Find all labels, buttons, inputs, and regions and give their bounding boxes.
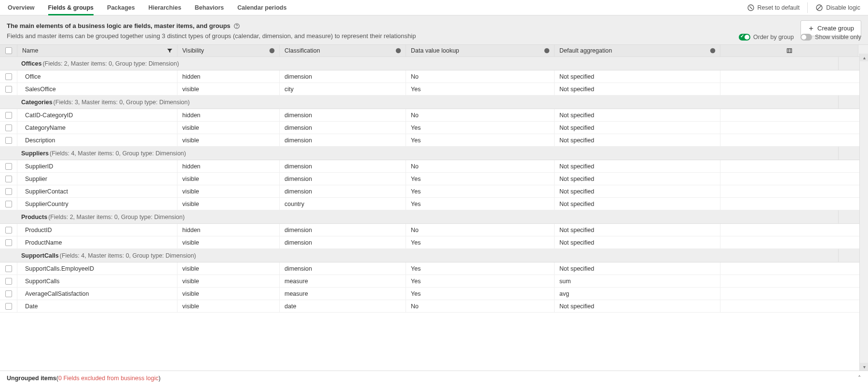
group-header-row[interactable]: Categories (Fields: 3, Master items: 0, …	[0, 96, 868, 109]
cell-name: SupplierID	[17, 160, 177, 172]
description-line2: Fields and master items can be grouped t…	[7, 32, 861, 40]
cell-name: ProductID	[17, 224, 177, 236]
header-aggregation[interactable]: Default aggregation	[555, 45, 720, 56]
row-checkbox[interactable]	[5, 112, 12, 119]
header-visibility[interactable]: Visibility	[177, 45, 280, 56]
cell-name: SupportCalls	[17, 275, 177, 287]
header-column-picker[interactable]	[720, 45, 858, 56]
table-row[interactable]: SupportCalls.EmployeeIDvisibledimensionY…	[0, 262, 868, 275]
group-header-row[interactable]: Suppliers (Fields: 4, Master items: 0, G…	[0, 147, 868, 160]
row-checkbox[interactable]	[5, 239, 12, 246]
show-visible-only-toggle[interactable]	[800, 34, 812, 41]
header-classification-label: Classification	[285, 47, 320, 54]
row-checkbox[interactable]	[5, 265, 12, 272]
group-name: Offices	[21, 60, 41, 67]
group-meta: (Fields: 3, Master items: 0, Group type:…	[54, 99, 190, 106]
show-visible-only-label: Show visible only	[815, 34, 861, 41]
cell-classification: measure	[280, 288, 406, 300]
row-checkbox[interactable]	[5, 303, 12, 310]
header-classification[interactable]: Classification	[280, 45, 406, 56]
table-row[interactable]: DatevisibledateNoNot specified	[0, 300, 868, 313]
select-all-checkbox[interactable]	[5, 47, 12, 54]
table-row[interactable]: CategoryNamevisibledimensionYesNot speci…	[0, 122, 868, 134]
table-row[interactable]: SupplierIDhiddendimensionNoNot specified	[0, 160, 868, 173]
ungrouped-footer[interactable]: Ungrouped items ( 0 Fields excluded from…	[0, 371, 868, 385]
row-checkbox[interactable]	[5, 278, 12, 285]
row-checkbox[interactable]	[5, 201, 12, 207]
order-by-group-toggle[interactable]	[739, 34, 750, 41]
info-icon[interactable]	[543, 47, 550, 54]
reset-to-default-button[interactable]: Reset to default	[747, 4, 800, 12]
row-checkbox-cell	[0, 198, 17, 210]
table-row[interactable]: OfficehiddendimensionNoNot specified	[0, 70, 868, 83]
header-name[interactable]: Name	[17, 45, 177, 56]
row-checkbox-cell	[0, 236, 17, 248]
group-header-row[interactable]: Offices (Fields: 2, Master items: 0, Gro…	[0, 57, 868, 70]
tab-overview[interactable]: Overview	[8, 0, 35, 15]
svg-point-10	[710, 48, 716, 54]
row-checkbox[interactable]	[5, 188, 12, 195]
tab-packages[interactable]: Packages	[107, 0, 135, 15]
row-checkbox[interactable]	[5, 290, 12, 297]
row-checkbox[interactable]	[5, 124, 12, 131]
group-header-row[interactable]: SupportCalls (Fields: 4, Master items: 0…	[0, 249, 868, 262]
cell-name: SalesOffice	[17, 83, 177, 95]
cell-visibility: visible	[177, 275, 280, 287]
row-checkbox[interactable]	[5, 163, 12, 170]
table-row[interactable]: CatID-CategoryIDhiddendimensionNoNot spe…	[0, 109, 868, 122]
row-checkbox[interactable]	[5, 227, 12, 234]
cell-lookup: Yes	[406, 134, 555, 146]
table-row[interactable]: DescriptionvisibledimensionYesNot specif…	[0, 134, 868, 147]
cell-visibility: hidden	[177, 160, 280, 172]
table-row[interactable]: SupportCallsvisiblemeasureYessum	[0, 275, 868, 288]
group-name: Suppliers	[21, 150, 49, 157]
chevron-up-icon[interactable]: ˄	[858, 374, 861, 382]
cell-extra	[720, 224, 868, 236]
table-row[interactable]: ProductIDhiddendimensionNoNot specified	[0, 224, 868, 236]
help-icon[interactable]	[233, 23, 240, 29]
cell-name: Description	[17, 134, 177, 146]
header-checkbox-cell	[0, 45, 17, 56]
cell-classification: country	[280, 198, 406, 210]
row-checkbox-cell	[0, 300, 17, 312]
cell-name: Office	[17, 70, 177, 82]
table-row[interactable]: SuppliervisibledimensionYesNot specified	[0, 173, 868, 185]
row-checkbox[interactable]	[5, 137, 12, 144]
info-icon[interactable]	[269, 47, 275, 54]
tab-fields-groups[interactable]: Fields & groups	[48, 0, 94, 15]
table-row[interactable]: AverageCallSatisfactionvisiblemeasureYes…	[0, 288, 868, 300]
tab-hierarchies[interactable]: Hierarchies	[149, 0, 181, 15]
cell-visibility: visible	[177, 122, 280, 134]
disable-icon	[815, 4, 823, 12]
row-checkbox[interactable]	[5, 73, 12, 80]
row-checkbox-cell	[0, 275, 17, 287]
cell-classification: dimension	[280, 109, 406, 121]
info-icon[interactable]	[709, 47, 716, 54]
row-checkbox-cell	[0, 109, 17, 121]
scroll-up-arrow[interactable]: ▴	[860, 54, 868, 61]
header-lookup[interactable]: Data value lookup	[406, 45, 555, 56]
disable-logic-button[interactable]: Disable logic	[815, 4, 860, 12]
filter-icon[interactable]	[166, 47, 173, 54]
svg-point-7	[270, 48, 275, 54]
disable-label: Disable logic	[826, 4, 860, 11]
group-header-row[interactable]: Products (Fields: 2, Master items: 0, Gr…	[0, 210, 868, 224]
table-row[interactable]: SupplierContactvisibledimensionYesNot sp…	[0, 185, 868, 198]
svg-point-9	[544, 48, 550, 54]
info-icon[interactable]	[395, 47, 402, 54]
group-name: SupportCalls	[21, 252, 59, 259]
row-checkbox-cell	[0, 70, 17, 82]
vertical-scrollbar[interactable]: ▴ ▾	[859, 54, 868, 371]
table-row[interactable]: SupplierCountryvisiblecountryYesNot spec…	[0, 198, 868, 210]
cell-aggregation: Not specified	[555, 173, 720, 185]
table-row[interactable]: ProductNamevisibledimensionYesNot specif…	[0, 236, 868, 249]
row-checkbox[interactable]	[5, 86, 12, 93]
scroll-down-arrow[interactable]: ▾	[860, 363, 868, 371]
cell-lookup: Yes	[406, 236, 555, 248]
cell-lookup: Yes	[406, 288, 555, 300]
cell-name: ProductName	[17, 236, 177, 248]
row-checkbox[interactable]	[5, 176, 12, 182]
tab-behaviors[interactable]: Behaviors	[195, 0, 224, 15]
table-row[interactable]: SalesOfficevisiblecityYesNot specified	[0, 83, 868, 96]
tab-calendar-periods[interactable]: Calendar periods	[237, 0, 286, 15]
